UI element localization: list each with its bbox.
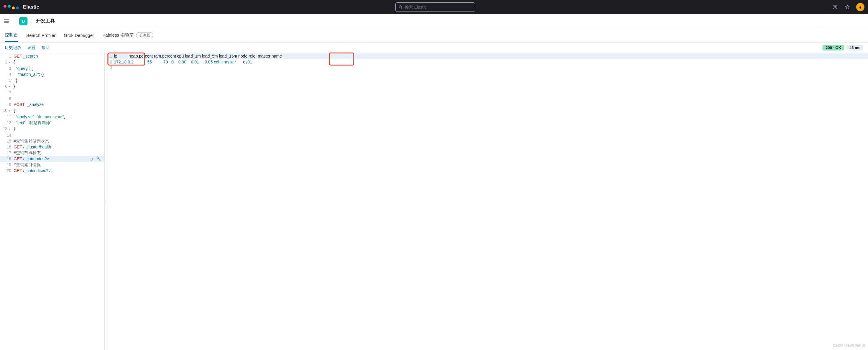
user-avatar[interactable]: e xyxy=(856,3,864,11)
editor-line[interactable]: 9POST _analyze xyxy=(0,101,104,107)
settings-link[interactable]: 设置 xyxy=(27,45,35,51)
editor-line[interactable]: 10 ▾{ xyxy=(0,107,104,114)
editor-line[interactable]: 11 "analyzer": "ik_max_word", xyxy=(0,114,104,120)
code-content: { xyxy=(13,107,15,114)
code-content: GET /_cluster/health xyxy=(13,144,51,150)
global-header: Elastic e xyxy=(0,0,868,14)
code-content: "query": { xyxy=(13,65,33,71)
editor-line[interactable]: 8 xyxy=(0,96,104,101)
line-number: 1 xyxy=(107,53,114,59)
code-content: { xyxy=(13,59,15,65)
line-number: 13 ▾ xyxy=(0,126,13,132)
line-number: 14 xyxy=(0,132,13,138)
code-content: } xyxy=(13,77,17,83)
line-number: 17 xyxy=(0,150,13,156)
line-number: 8 xyxy=(0,96,13,101)
line-number: 15 xyxy=(0,138,13,144)
beta-badge: 公测版 xyxy=(136,32,153,38)
setup-guide-icon[interactable] xyxy=(844,4,851,11)
code-content: #查询集群健康状态 xyxy=(13,138,49,144)
tab-painless-label: Painless 实验室 xyxy=(102,32,134,38)
editor-line[interactable]: 14 xyxy=(0,132,104,138)
status-badge: 200 - OK xyxy=(823,45,844,51)
help-link[interactable]: 帮助 xyxy=(41,45,50,51)
svg-line-1 xyxy=(401,8,402,8)
editor-line[interactable]: 15#查询集群健康状态 xyxy=(0,138,104,144)
request-editor[interactable]: 1GET _search2 ▾{3 "query": {4 "match_all… xyxy=(0,53,104,350)
editor-line[interactable]: 2 ▾{ xyxy=(0,59,104,65)
line-number: 1 xyxy=(0,53,13,59)
line-number: 3 xyxy=(0,65,13,71)
response-header-row: ip heap.percent ram.percent cpu load_1m … xyxy=(114,53,282,59)
tab-grok-debugger[interactable]: Grok Debugger xyxy=(64,29,94,41)
svg-point-3 xyxy=(834,6,836,8)
code-content: GET /_cat/indices?v xyxy=(13,168,51,173)
editor-line[interactable]: 19#查询索引情况 xyxy=(0,162,104,168)
editor-line[interactable]: 5 } xyxy=(0,77,104,83)
elastic-logo-icon xyxy=(4,5,19,9)
wrench-icon[interactable]: 🔧 xyxy=(96,156,101,162)
editor-line[interactable]: 3 "query": { xyxy=(0,65,104,71)
editor-line[interactable]: 1GET _search xyxy=(0,53,104,59)
svg-point-2 xyxy=(833,5,837,9)
editor-line[interactable]: 20GET /_cat/indices?v xyxy=(0,168,104,173)
line-number: 16 xyxy=(0,144,13,150)
nav-toggle-icon[interactable] xyxy=(4,18,11,24)
line-number: 9 xyxy=(0,101,13,107)
line-number: 10 ▾ xyxy=(0,107,13,114)
timing-badge: 46 ms xyxy=(846,45,863,51)
line-number: 4 xyxy=(0,71,13,77)
watermark: CSDN @勤奋的树懒 xyxy=(833,343,865,348)
tab-search-profiler[interactable]: Search Profiler xyxy=(26,29,56,41)
editor-line[interactable]: 17#查询节点状态 xyxy=(0,150,104,156)
line-number: 3 xyxy=(107,65,114,71)
line-number: 2 xyxy=(107,59,114,65)
line-number: 2 ▾ xyxy=(0,59,13,65)
response-pane: 1 ip heap.percent ram.percent cpu load_1… xyxy=(107,53,868,350)
editor-line[interactable]: 18GET /_cat/nodes?v▷ 🔧 xyxy=(0,156,104,162)
code-content: "analyzer": "ik_max_word", xyxy=(13,114,65,120)
app-title: 开发工具 xyxy=(36,18,55,24)
code-content: "match_all": {} xyxy=(13,71,44,77)
tab-console[interactable]: 控制台 xyxy=(5,29,18,42)
history-link[interactable]: 历史记录 xyxy=(5,45,21,51)
code-content: #查询索引情况 xyxy=(13,162,41,168)
code-content: } xyxy=(13,126,15,132)
editor-line[interactable]: 6 ▾} xyxy=(0,83,104,90)
code-content: POST _analyze xyxy=(13,101,44,107)
line-number: 19 xyxy=(0,162,13,168)
search-icon xyxy=(399,5,402,9)
global-search[interactable] xyxy=(395,2,475,12)
editor-split: 1GET _search2 ▾{3 "query": {4 "match_all… xyxy=(0,53,868,350)
editor-line[interactable]: 16GET /_cluster/health xyxy=(0,144,104,150)
code-content: GET /_cat/nodes?v xyxy=(13,156,49,162)
editor-line[interactable]: 12 "text": "我是真滴帅" xyxy=(0,120,104,126)
run-icon[interactable]: ▷ xyxy=(91,156,94,162)
console-toolbar: 历史记录 设置 帮助 200 - OK 46 ms xyxy=(0,42,868,53)
divider xyxy=(15,17,15,25)
line-number: 12 xyxy=(0,120,13,126)
response-data-row: 172.18.0.2 55 79 0 0.00 0.01 0.05 cdhilm… xyxy=(114,59,252,65)
code-content: GET _search xyxy=(13,53,38,59)
tabs: 控制台 Search Profiler Grok Debugger Painle… xyxy=(0,28,868,42)
code-content: "text": "我是真滴帅" xyxy=(13,120,51,126)
line-number: 18 xyxy=(0,156,13,162)
line-number: 7 xyxy=(0,90,13,96)
editor-line[interactable]: 4 "match_all": {} xyxy=(0,71,104,77)
brand-title: Elastic xyxy=(23,4,39,10)
line-number: 6 ▾ xyxy=(0,83,13,90)
app-header: D 开发工具 xyxy=(0,14,868,28)
line-number: 5 xyxy=(0,77,13,83)
code-content: } xyxy=(13,83,15,90)
code-content: #查询节点状态 xyxy=(13,150,41,156)
editor-line[interactable]: 7 xyxy=(0,90,104,96)
tab-painless-lab[interactable]: Painless 实验室 公测版 xyxy=(102,29,153,42)
svg-point-0 xyxy=(399,6,402,8)
newsfeed-icon[interactable] xyxy=(831,4,838,11)
resize-handle[interactable]: ‖ xyxy=(104,53,107,350)
line-number: 20 xyxy=(0,168,13,173)
line-number: 11 xyxy=(0,114,13,120)
editor-line[interactable]: 13 ▾} xyxy=(0,126,104,132)
app-badge: D xyxy=(19,17,27,25)
global-search-input[interactable] xyxy=(405,5,472,9)
